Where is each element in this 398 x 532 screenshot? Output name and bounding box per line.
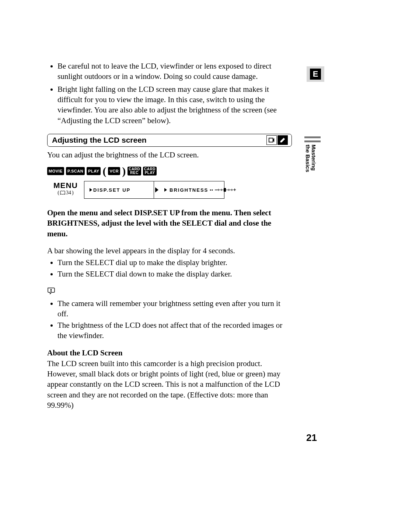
svg-rect-4 [224,188,226,192]
menu-step-2-label: BRIGHTNESS [170,187,208,193]
list-item: Turn the SELECT dial up to make the disp… [57,257,290,268]
side-tab-bar [304,140,321,142]
section-heading: Adjusting the LCD screen [47,134,292,147]
about-heading: About the LCD Screen [47,348,290,358]
caution-list-item: Be careful not to leave the LCD, viewfin… [57,61,290,82]
language-badge-letter: E [310,69,321,80]
viewfinder-icon [266,135,277,145]
section-side-tab: Mastering the Basics [304,136,321,173]
language-badge: E [307,66,324,82]
side-tab-bar [304,136,321,138]
page-number: 21 [306,432,317,444]
svg-rect-7 [50,289,52,290]
caution-list: Be careful not to leave the LCD, viewfin… [47,61,290,126]
note-icon [47,287,290,297]
menu-path-row: MENU ( 34) DISP.SET UP BRIGHTNESS •• – + [47,181,290,199]
mode-movie-icon: MOVIE [47,167,64,175]
mode-card-rec-icon: CARD REC [128,167,141,175]
body-bullet-list: Turn the SELECT dial up to make the disp… [47,257,290,279]
list-item: The camera will remember your brightness… [57,298,290,319]
svg-rect-0 [269,138,273,142]
menu-step-1-label: DISP.SET UP [93,187,130,193]
menu-separator-arrow [154,181,159,199]
svg-rect-8 [50,291,52,292]
menu-step-1: DISP.SET UP [84,181,154,199]
caution-list-item: Bright light falling on the LCD screen m… [57,84,290,126]
mode-card-rec-bot: REC [130,171,139,175]
triangle-icon [90,188,92,192]
note-list: The camera will remember your brightness… [47,298,290,341]
mode-card-play-icon: CARD PLAY [143,167,157,175]
brightness-slider-graphic: – + [215,187,235,192]
body-paragraph: A bar showing the level appears in the d… [47,246,290,256]
list-item: The brightness of the LCD does not affec… [57,320,290,341]
menu-step-2: BRIGHTNESS •• – + [159,181,224,199]
triangle-icon [155,187,158,192]
mode-vcr-icon: VCR [108,167,120,175]
mode-pscan-icon: P.SCAN [66,167,85,175]
side-tab-line2: the Basics [305,145,311,172]
menu-label-block: MENU ( 34) [47,181,84,199]
mode-play-icon: PLAY [87,167,101,175]
instruction-text: Open the menu and select DISP.SET UP fro… [47,208,290,239]
intro-text: You can adjust the brightness of the LCD… [47,150,290,160]
section-title: Adjusting the LCD screen [52,136,147,145]
book-icon [60,191,65,195]
menu-label: MENU [47,181,84,190]
menu-page-number: 34 [66,190,71,196]
page-content: Be careful not to leave the LCD, viewfin… [47,61,290,412]
mode-strip: MOVIE P.SCAN PLAY ( VCR ) CARD REC CARD … [47,165,290,177]
paren-open: ( [102,165,106,177]
slider-plus: + [233,187,235,192]
about-body: The LCD screen built into this camcorder… [47,358,290,411]
list-item: Turn the SELECT dial down to make the di… [57,269,290,279]
menu-page-ref: ( 34) [47,190,84,196]
paren-close: ) [122,165,126,177]
triangle-icon [164,188,167,192]
pencil-icon [277,135,288,145]
mode-card-play-bot: PLAY [145,171,155,175]
side-tab-line1: Mastering [311,145,317,171]
